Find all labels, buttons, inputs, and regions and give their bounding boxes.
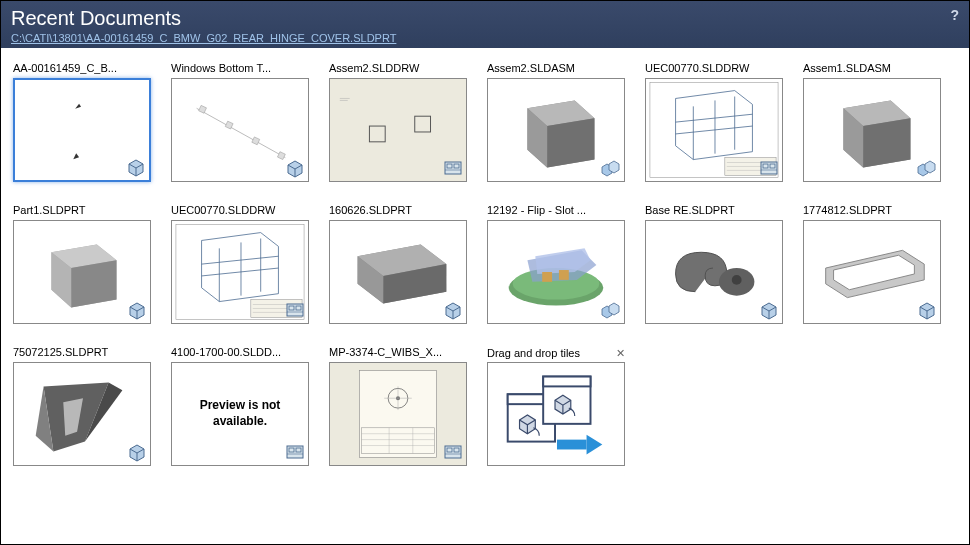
document-tile[interactable]: Assem2.SLDASM (487, 62, 625, 182)
tile-label: 75072125.SLDPRT (13, 346, 151, 360)
file-type-icon (442, 441, 464, 463)
svg-marker-31 (863, 118, 910, 167)
document-tile[interactable]: AA-00161459_C_B... (13, 62, 151, 182)
document-tile[interactable]: MP-3374-C_WIBS_X... (329, 346, 467, 466)
tile-thumbnail[interactable] (13, 220, 151, 324)
document-tile[interactable]: UEC00770.SLDDRW (645, 62, 783, 182)
svg-rect-59 (542, 272, 552, 282)
tile-label: 160626.SLDPRT (329, 204, 467, 218)
file-type-icon (126, 441, 148, 463)
tile-label: Windows Bottom T... (171, 62, 309, 76)
tile-thumbnail[interactable] (329, 78, 467, 182)
tile-thumbnail[interactable] (803, 220, 941, 324)
tile-thumbnail[interactable] (171, 220, 309, 324)
tile-label: 1774812.SLDPRT (803, 204, 941, 218)
drag-hint-thumbnail (487, 362, 625, 466)
svg-point-63 (732, 275, 742, 285)
help-button[interactable]: ? (950, 7, 959, 23)
page-title: Recent Documents (11, 7, 959, 30)
svg-rect-90 (543, 377, 590, 387)
file-type-icon (600, 299, 622, 321)
tile-thumbnail[interactable] (487, 220, 625, 324)
document-tile[interactable]: 75072125.SLDPRT (13, 346, 151, 466)
tile-label: Part1.SLDPRT (13, 204, 151, 218)
drag-hint-label: Drag and drop tiles ✕ (487, 346, 625, 360)
document-tile[interactable]: 160626.SLDPRT (329, 204, 467, 324)
svg-rect-93 (557, 440, 587, 450)
tile-label: MP-3374-C_WIBS_X... (329, 346, 467, 360)
tile-thumbnail[interactable] (487, 78, 625, 182)
document-tile[interactable]: 1774812.SLDPRT (803, 204, 941, 324)
svg-marker-36 (71, 260, 116, 307)
file-type-icon (758, 299, 780, 321)
svg-rect-60 (559, 270, 569, 280)
close-icon[interactable]: ✕ (616, 347, 625, 360)
document-tile[interactable]: Part1.SLDPRT (13, 204, 151, 324)
tile-thumbnail[interactable] (645, 78, 783, 182)
tile-label: Base RE.SLDPRT (645, 204, 783, 218)
drag-drop-hint-tile[interactable]: Drag and drop tiles ✕ (487, 346, 625, 466)
svg-rect-73 (360, 371, 437, 458)
file-type-icon (284, 157, 306, 179)
file-type-icon (600, 157, 622, 179)
header: Recent Documents C:\CATI\13801\AA-001614… (1, 1, 969, 48)
tile-thumbnail[interactable]: Preview is notavailable. (171, 362, 309, 466)
tile-thumbnail[interactable] (13, 362, 151, 466)
tile-thumbnail[interactable] (329, 220, 467, 324)
tile-thumbnail[interactable] (13, 78, 151, 182)
file-type-icon (126, 299, 148, 321)
file-type-icon (284, 441, 306, 463)
tile-label: 12192 - Flip - Slot ... (487, 204, 625, 218)
tile-label: Assem1.SLDASM (803, 62, 941, 76)
tile-label: UEC00770.SLDDRW (645, 62, 783, 76)
file-type-icon (442, 157, 464, 179)
tile-thumbnail[interactable] (329, 362, 467, 466)
document-tile[interactable]: Assem1.SLDASM (803, 62, 941, 182)
file-type-icon (125, 156, 147, 178)
tile-label: AA-00161459_C_B... (13, 62, 151, 76)
tile-label: Assem2.SLDASM (487, 62, 625, 76)
document-tile[interactable]: 12192 - Flip - Slot ... (487, 204, 625, 324)
file-type-icon (442, 299, 464, 321)
tile-label: Assem2.SLDDRW (329, 62, 467, 76)
recent-documents-grid: AA-00161459_C_B... Windows Bottom T... A… (1, 48, 969, 480)
document-tile[interactable]: Base RE.SLDPRT (645, 204, 783, 324)
file-type-icon (916, 157, 938, 179)
tile-thumbnail[interactable] (803, 78, 941, 182)
tile-thumbnail[interactable] (171, 78, 309, 182)
tile-label: 4100-1700-00.SLDD... (171, 346, 309, 360)
document-tile[interactable]: UEC00770.SLDDRW (171, 204, 309, 324)
tile-label: UEC00770.SLDDRW (171, 204, 309, 218)
document-tile[interactable]: Assem2.SLDDRW (329, 62, 467, 182)
svg-marker-15 (547, 118, 594, 167)
current-file-path[interactable]: C:\CATI\13801\AA-00161459_C_BMW_G02_REAR… (11, 32, 959, 44)
file-type-icon (758, 157, 780, 179)
tile-thumbnail[interactable] (645, 220, 783, 324)
document-tile[interactable]: Windows Bottom T... (171, 62, 309, 182)
document-tile[interactable]: 4100-1700-00.SLDD... Preview is notavail… (171, 346, 309, 466)
file-type-icon (284, 299, 306, 321)
file-type-icon (916, 299, 938, 321)
